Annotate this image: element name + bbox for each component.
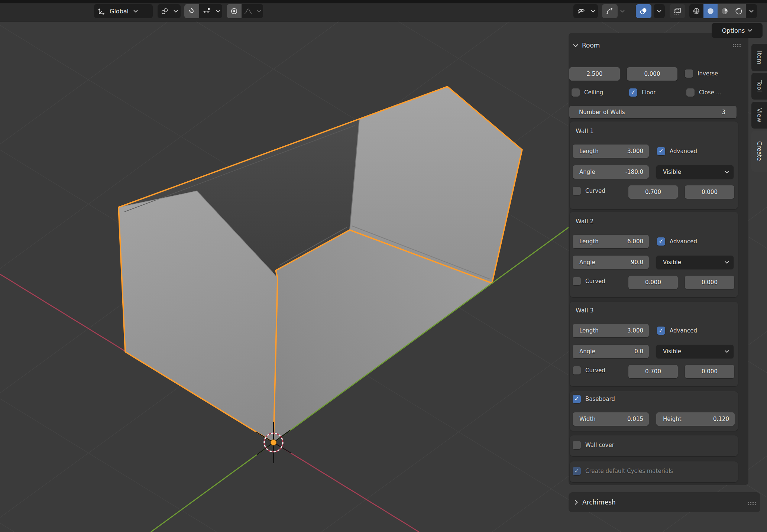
wall-3-angle-field[interactable]: Angle0.0 [573,345,649,358]
wall-3-advanced-checkbox[interactable] [657,327,665,335]
tab-view[interactable]: View [751,102,767,129]
overlays-group[interactable] [636,4,665,18]
wall-2-angle-field[interactable]: Angle90.0 [573,256,649,269]
chevron-down-icon [746,4,757,18]
snap-group[interactable] [184,4,222,18]
wall-3-curved-label: Curved [585,367,605,374]
transform-orientation-dropdown[interactable]: Global [94,4,153,18]
show-visibility-dropdown[interactable] [573,4,598,18]
gizmo-icon[interactable] [602,4,618,18]
wall-2-visibility-dropdown[interactable]: Visible [656,256,734,269]
wall-2-curve-factor-field[interactable]: 0.000 [628,276,678,289]
wall-3-curved-checkbox[interactable] [573,366,581,374]
shading-material-icon[interactable] [718,4,732,18]
wall-1-advanced-row: Advanced [657,147,697,155]
chevron-down-icon [618,4,627,18]
wall-2-curve-arc-field[interactable]: 0.000 [685,276,734,289]
wall-1-angle-field[interactable]: Angle-180.0 [573,165,649,179]
ceiling-checkbox[interactable] [572,88,580,97]
wall-3-curve-arc-field[interactable]: 0.000 [685,365,734,378]
show-visibility-eye-icon [573,4,589,18]
tab-tool[interactable]: Tool [751,73,767,100]
number-of-walls-slider[interactable]: Number of Walls 3 [569,106,737,118]
chevron-down-icon [654,4,665,18]
wall-cover-row: Wall cover [573,441,614,449]
wall-3-length-field[interactable]: Length3.000 [573,324,649,337]
close-row: Close ... [686,88,721,97]
chevron-down-icon [255,4,263,18]
snap-magnet-icon[interactable] [184,4,199,18]
panel-drag-handle[interactable] [733,44,734,45]
wall-1-curved-row: Curved [573,187,605,195]
wall-1-visibility-dropdown[interactable]: Visible [656,165,734,179]
wall-2-advanced-checkbox[interactable] [657,237,665,246]
room-panel-header[interactable]: Room [573,42,600,49]
baseboard-width-field[interactable]: Width0.015 [573,412,649,426]
wall-3-advanced-row: Advanced [657,327,697,335]
blender-window: Global [0,0,767,532]
panel-drag-handle[interactable] [748,502,749,503]
overlays-icon[interactable] [636,4,651,18]
chevron-right-icon [575,500,578,505]
wall-cover-checkbox[interactable] [573,441,581,449]
pivot-point-dropdown[interactable] [158,4,181,18]
transform-orientation-label: Global [109,8,131,15]
options-button[interactable]: Options [712,23,763,38]
wall-1-curved-checkbox[interactable] [573,187,581,195]
chevron-down-icon [725,171,729,173]
wall-1-advanced-checkbox[interactable] [657,147,665,155]
wall-2-title: Wall 2 [576,218,594,225]
close-checkbox[interactable] [686,88,695,97]
baseboard-checkbox[interactable] [573,395,581,403]
wall-2-advanced-label: Advanced [670,238,697,245]
chevron-down-icon [748,29,752,32]
proportional-editing-group[interactable] [227,4,263,18]
toggle-xray-button[interactable] [670,4,685,18]
shading-mode-group[interactable] [689,4,757,18]
shading-solid-icon[interactable] [703,4,718,18]
ceiling-label: Ceiling [584,89,603,96]
tab-create[interactable]: Create [751,131,767,172]
wall-2-curved-row: Curved [573,277,605,285]
chevron-down-icon [214,4,222,18]
inverse-row: Inverse [685,69,718,78]
ceiling-row: Ceiling [572,88,603,97]
floor-checkbox[interactable] [629,88,637,97]
wall-2-curved-checkbox[interactable] [573,277,581,285]
wall-1-curve-arc-field[interactable]: 0.000 [685,185,734,199]
toggle-xray-icon [670,4,685,18]
wall-2-length-field[interactable]: Length6.000 [573,235,649,248]
number-of-walls-label: Number of Walls [579,109,625,116]
wall-3-box: Wall 3 Length3.000 Advanced Angle0.0 Vis… [570,302,738,386]
wall-2-advanced-row: Advanced [657,237,697,246]
room-field-2[interactable]: 0.000 [627,67,677,81]
cycles-materials-label: Create default Cycles materials [585,468,673,474]
pivot-point-icon [158,4,172,18]
close-label: Close ... [699,89,721,96]
shading-rendered-icon[interactable] [732,4,746,18]
wall-1-box: Wall 1 Length3.000 Advanced Angle-180.0 … [570,121,738,209]
wall-3-curve-factor-field[interactable]: 0.700 [628,365,678,378]
wall-1-curve-factor-field[interactable]: 0.700 [628,185,678,199]
tab-item[interactable]: Item [751,44,767,71]
wall-3-visibility-dropdown[interactable]: Visible [656,345,734,358]
proportional-editing-icon[interactable] [227,4,242,18]
falloff-curve-icon [242,4,255,18]
wall-1-advanced-label: Advanced [670,148,697,155]
gizmo-group[interactable] [602,4,630,18]
wall-1-title: Wall 1 [576,127,594,134]
archimesh-panel-header[interactable]: Archimesh [569,492,760,512]
inverse-checkbox[interactable] [685,69,693,78]
room-field-1[interactable]: 2.500 [569,67,620,81]
wall-cover-label: Wall cover [585,442,614,448]
chevron-down-icon [589,4,597,18]
baseboard-box: Baseboard Width0.015 Height0.120 [570,391,738,431]
chevron-down-icon [725,261,729,264]
chevron-down-icon [131,4,140,18]
wall-2-curved-label: Curved [585,278,605,285]
cycles-materials-checkbox[interactable] [573,467,581,475]
room-panel-title: Room [582,42,600,49]
baseboard-height-field[interactable]: Height0.120 [656,412,735,426]
shading-wireframe-icon[interactable] [689,4,703,18]
wall-1-length-field[interactable]: Length3.000 [573,145,649,158]
